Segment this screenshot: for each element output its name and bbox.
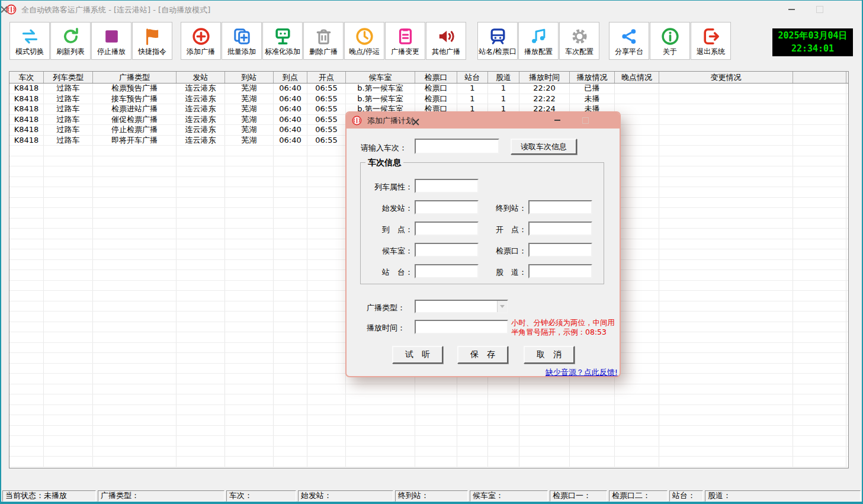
track-input[interactable] — [528, 264, 592, 278]
toolbar-button-label: 其他广播 — [432, 48, 460, 55]
train-attr-label: 列车属性： — [367, 182, 413, 192]
platform-input[interactable] — [415, 264, 479, 278]
column-header[interactable]: 检票口 — [415, 72, 457, 83]
table-cell — [225, 208, 274, 218]
table-cell — [570, 426, 615, 436]
table-cell — [457, 426, 488, 436]
table-row[interactable]: K8418过路车接车预告广播连云港东芜湖06:4006:55b.第一候车室检票口… — [9, 94, 848, 105]
toolbar-button-quick-commands[interactable]: 快捷指令 — [132, 22, 172, 60]
stop-icon — [102, 27, 121, 46]
toolbar-button-other-broadcast[interactable]: 其他广播 — [426, 22, 466, 60]
depart-time-input[interactable] — [528, 221, 592, 236]
column-header[interactable] — [793, 72, 846, 83]
toolbar-button-train-config[interactable]: 车次配置 — [559, 22, 599, 60]
arrive-time-input[interactable] — [415, 221, 479, 236]
toolbar-button-add-broadcast[interactable]: 添加广播 — [181, 22, 221, 60]
column-header[interactable]: 站台 — [457, 72, 488, 83]
toolbar-button-delete-broadcast[interactable]: 删除广播 — [303, 22, 344, 60]
table-cell — [615, 136, 659, 146]
broadcast-type-select[interactable] — [415, 300, 508, 313]
table-cell — [659, 229, 793, 239]
toolbar-button-share-platform[interactable]: 分享平台 — [609, 22, 649, 60]
column-header[interactable]: 播放情况 — [570, 72, 615, 83]
toolbar-button-exit-system[interactable]: 退出系统 — [691, 22, 731, 60]
column-header[interactable]: 晚点情况 — [615, 72, 659, 83]
table-cell — [44, 457, 93, 467]
table-cell — [519, 405, 570, 415]
table-cell — [274, 457, 307, 467]
column-header[interactable]: 发站 — [177, 72, 225, 83]
table-cell — [177, 447, 225, 457]
table-cell — [659, 281, 793, 291]
train-attr-input[interactable] — [415, 179, 479, 193]
toolbar-button-mode-switch[interactable]: 模式切换 — [9, 22, 50, 60]
toolbar-button-label: 晚点/停运 — [349, 48, 380, 55]
table-cell — [659, 177, 793, 187]
toolbar-button-about[interactable]: 关于 — [650, 22, 690, 60]
cancel-button[interactable]: 取 消 — [524, 346, 575, 364]
table-cell — [793, 146, 846, 156]
table-cell — [307, 187, 346, 197]
feedback-link[interactable]: 缺少音源？点此反馈! — [546, 367, 618, 377]
column-header[interactable]: 列车类型 — [44, 72, 93, 83]
table-cell — [346, 415, 415, 425]
toolbar-button-batch-add[interactable]: 批量添加 — [222, 22, 262, 60]
column-header[interactable]: 候车室 — [346, 72, 415, 83]
status-panel: 检票口二： — [609, 490, 668, 502]
table-cell — [793, 457, 846, 467]
waiting-room-input[interactable] — [415, 243, 479, 257]
table-row[interactable]: K8418过路车检票预告广播连云港东芜湖06:4006:55b.第一候车室检票口… — [9, 84, 848, 94]
status-panel: 当前状态：未播放 — [2, 490, 96, 502]
table-cell: 过路车 — [44, 125, 93, 135]
save-button[interactable]: 保 存 — [457, 346, 508, 364]
table-cell — [307, 384, 346, 394]
toolbar-button-playback-config[interactable]: 播放配置 — [518, 22, 559, 60]
column-header[interactable]: 广播类型 — [93, 72, 177, 83]
toolbar-button-station-checkgate[interactable]: 站名/检票口 — [477, 22, 518, 60]
table-cell — [93, 301, 177, 312]
table-cell — [93, 166, 177, 176]
toolbar-button-label: 快捷指令 — [138, 48, 166, 55]
audition-button[interactable]: 试 听 — [392, 346, 443, 364]
table-cell — [793, 198, 846, 208]
read-train-info-button[interactable]: 读取车次信息 — [511, 139, 577, 155]
toolbar-button-delay-suspend[interactable]: 晚点/停运 — [344, 22, 384, 60]
train-no-input[interactable] — [415, 139, 499, 154]
toolbar-button-broadcast-change[interactable]: 广播变更 — [385, 22, 425, 60]
close-icon[interactable] — [0, 3, 13, 16]
clipboard-icon — [396, 27, 415, 46]
table-cell — [9, 343, 44, 353]
table-cell — [93, 332, 177, 342]
check-gate-input[interactable] — [528, 243, 592, 257]
table-cell — [615, 332, 659, 342]
table-cell: 过路车 — [44, 115, 93, 125]
destination-input[interactable] — [528, 200, 592, 214]
table-cell — [793, 125, 846, 135]
column-header[interactable]: 到点 — [274, 72, 307, 83]
column-header[interactable]: 股道 — [488, 72, 519, 83]
table-cell — [615, 125, 659, 135]
dialog-minimize-icon[interactable] — [550, 114, 564, 127]
table-cell — [225, 146, 274, 156]
column-header[interactable]: 到站 — [225, 72, 274, 83]
column-header[interactable]: 车次 — [9, 72, 44, 83]
minimize-icon[interactable] — [782, 3, 800, 16]
column-header[interactable]: 播放时间 — [519, 72, 570, 83]
column-header[interactable]: 开点 — [307, 72, 346, 83]
table-cell — [615, 447, 659, 457]
origin-input[interactable] — [415, 200, 479, 214]
table-cell — [177, 312, 225, 322]
dialog-title-bar: 添加广播计划 — [347, 113, 620, 129]
dialog-close-icon[interactable] — [409, 115, 423, 129]
table-cell — [93, 436, 177, 446]
play-time-input[interactable] — [415, 320, 508, 334]
table-cell — [659, 115, 793, 125]
maximize-icon[interactable] — [811, 3, 829, 16]
table-cell: 1 — [457, 94, 488, 104]
toolbar-button-refresh-list[interactable]: 刷新列表 — [50, 22, 91, 60]
toolbar-button-stop-playback[interactable]: 停止播放 — [91, 22, 131, 60]
table-cell — [93, 394, 177, 405]
toolbar-button-standardized-add[interactable]: 标准化添加 — [262, 22, 303, 60]
column-header[interactable]: 变更情况 — [659, 72, 793, 83]
table-cell — [177, 374, 225, 384]
